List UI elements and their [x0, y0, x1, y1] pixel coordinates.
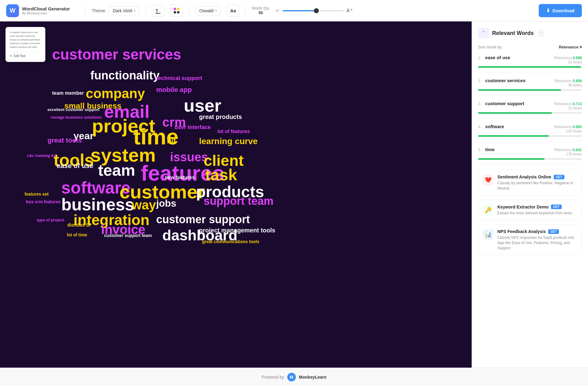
footer-powered-by: Powered by: [262, 375, 284, 380]
get-badge[interactable]: GET: [548, 229, 559, 234]
download-button[interactable]: ⬇ Download: [539, 4, 582, 17]
relevance-bar: [478, 66, 581, 68]
promo-card[interactable]: ❤️ Sentiment Analysis Online GET Classif…: [478, 170, 582, 196]
word-cloud-word: technical support: [156, 75, 202, 82]
text-preview-card: Curabitur brass purus nec justo faucibus…: [6, 27, 45, 62]
words-qty-display: Words Qty. 50: [252, 6, 270, 15]
header: W WordCloud Generator By MonkeyLearn The…: [0, 0, 588, 21]
promo-card[interactable]: 📊 NPS Feedback Analysis GET Classify NPS…: [478, 224, 582, 255]
relevance-bar-bg: [478, 158, 582, 160]
item-times: 100 times: [554, 129, 582, 133]
theme-dropdown[interactable]: Dark Vivid ▾: [109, 6, 140, 15]
words-qty-value: 50: [258, 10, 263, 15]
relevant-item: 2. customer services Relevance 0.808 36 …: [478, 78, 582, 95]
svg-text:T: T: [156, 8, 158, 13]
promo-content: Keyword Extractor Demo GET Extract the m…: [497, 204, 577, 216]
item-relevance: Relevance 0.685: [554, 125, 582, 129]
word-cloud-word: new features: [165, 175, 195, 180]
relevant-items-list: 1. ease of use Relevance 0.998 14 times …: [478, 55, 582, 164]
word-cloud-word: great tools: [47, 136, 82, 144]
relevant-item: 5. time Relevance 0.641 179 times: [478, 147, 582, 164]
relevance-bar: [478, 135, 549, 137]
slider-fill: [283, 10, 316, 11]
word-cloud-word: great products: [199, 113, 242, 120]
size-max-label: A⁺: [346, 8, 352, 13]
word-cloud-word: great communications tools: [202, 239, 259, 244]
word-cloud-word: customer support team: [104, 233, 152, 238]
text-preview-content: Curabitur brass purus nec justo faucibus…: [10, 31, 41, 49]
svg-rect-2: [156, 14, 159, 14]
item-rank: 3.: [478, 101, 481, 106]
item-name: ease of use: [485, 55, 510, 60]
header-divider-1: [85, 5, 85, 16]
edit-text-label: Edit Text: [14, 54, 25, 58]
item-name: software: [485, 124, 504, 129]
item-rank: 4.: [478, 124, 481, 129]
download-icon: ⬇: [546, 8, 550, 13]
sort-row: Sort result by: Relevance ▾: [478, 45, 582, 49]
get-badge[interactable]: GET: [551, 204, 562, 209]
word-cloud-word: c&c training ltd: [27, 153, 56, 158]
sort-dropdown[interactable]: Relevance ▾: [559, 45, 582, 49]
theme-label: Theme:: [92, 8, 106, 13]
size-slider-area: A⁻ A⁺: [276, 8, 533, 13]
word-cloud-word: box crm features: [26, 199, 61, 204]
slider-thumb[interactable]: [314, 8, 319, 13]
sidebar-header: " Relevant Words ?: [478, 28, 582, 39]
item-times: 36 times: [554, 83, 582, 87]
item-times: 179 times: [554, 152, 582, 156]
relevance-bar: [478, 112, 552, 114]
font-selector[interactable]: Oswald ▾: [195, 6, 221, 15]
footer-brand: MonkeyLearn: [299, 375, 326, 380]
word-cloud-word: dundas bi: [67, 222, 91, 228]
relevance-bar-bg: [478, 66, 582, 68]
svg-rect-1: [156, 13, 160, 13]
font-size-button[interactable]: Aa: [227, 5, 239, 17]
item-relevance: Relevance 0.641: [554, 148, 582, 152]
size-slider[interactable]: [283, 10, 344, 11]
item-relevance: Relevance 0.998: [554, 56, 582, 60]
header-divider-4: [245, 5, 246, 16]
text-format-button[interactable]: T: [152, 5, 164, 17]
font-value: Oswald: [199, 8, 213, 13]
theme-selector: Theme: Dark Vivid ▾: [92, 6, 139, 15]
wordcloud-area[interactable]: Curabitur brass purus nec justo faucibus…: [0, 21, 472, 368]
promo-card[interactable]: 🔑 Keyword Extractor Demo GET Extract the…: [478, 200, 582, 220]
item-times: 32 times: [554, 106, 582, 110]
relevance-bar: [478, 89, 561, 91]
promo-content: NPS Feedback Analysis GET Classify NPS r…: [497, 229, 577, 250]
sort-label: Sort result by:: [478, 45, 503, 49]
item-times: 14 times: [554, 60, 582, 64]
header-divider-3: [189, 5, 189, 16]
color-palette-button[interactable]: [170, 5, 183, 17]
word-cloud-word: project management tools: [199, 227, 275, 234]
promo-content: Sentiment Analysis Online GET Classify b…: [497, 174, 577, 191]
word-cloud-word: lot of features: [217, 129, 250, 134]
main-area: Curabitur brass purus nec justo faucibus…: [0, 21, 588, 368]
item-relevance: Relevance 0.713: [554, 102, 582, 106]
sidebar: " Relevant Words ? Sort result by: Relev…: [472, 21, 588, 368]
theme-value: Dark Vivid: [113, 8, 132, 13]
promo-title: Sentiment Analysis Online: [497, 174, 551, 179]
color-dots: [174, 8, 179, 13]
relevant-item: 3. customer support Relevance 0.713 32 t…: [478, 101, 582, 118]
get-badge[interactable]: GET: [554, 175, 564, 179]
word-cloud-word: ease of use: [57, 162, 93, 170]
relevant-item: 1. ease of use Relevance 0.998 14 times: [478, 55, 582, 72]
item-name: customer services: [485, 78, 526, 83]
relevant-item: 4. software Relevance 0.685 100 times: [478, 124, 582, 141]
relevance-bar-bg: [478, 135, 582, 137]
download-label: Download: [552, 8, 575, 13]
word-cloud-word: company: [86, 86, 145, 101]
word-cloud-word: task: [205, 166, 237, 184]
word-cloud-word: jobs: [156, 198, 176, 209]
logo-icon: W: [6, 4, 19, 17]
logo-area: W WordCloud Generator By MonkeyLearn: [6, 4, 70, 17]
sidebar-title: Relevant Words: [492, 30, 534, 36]
app-subtitle: By MonkeyLearn: [22, 11, 70, 15]
word-cloud-word: user interface: [175, 124, 211, 131]
help-icon[interactable]: ?: [538, 30, 544, 36]
item-rank: 2.: [478, 78, 481, 83]
edit-text-button[interactable]: ✏ Edit Text: [10, 52, 41, 58]
promo-title: Keyword Extractor Demo: [497, 204, 548, 209]
